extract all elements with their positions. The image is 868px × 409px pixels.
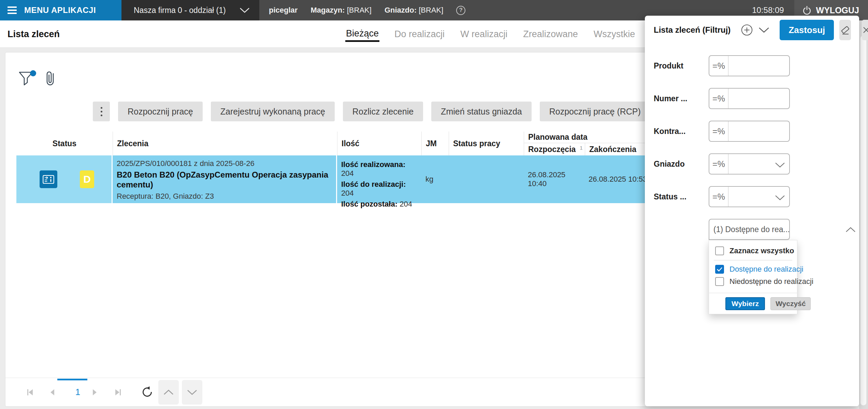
prev-page-button[interactable] [48,378,57,406]
scroll-up-button[interactable] [158,380,179,405]
register-work-button[interactable]: Zarejestruj wykonaną pracę [211,102,335,121]
doc-info-icon [40,170,57,188]
filter-active-dot [30,70,36,76]
checkbox-dostepne[interactable] [715,265,724,274]
option-dostepne[interactable]: Dostępne do realizacji [715,265,803,274]
filter-field-numer: Numer ... =% [645,88,859,109]
close-panel-button[interactable] [862,20,868,40]
chevron-down-icon [240,7,250,13]
company-name: Nasza firma 0 - oddział (1) [134,6,226,15]
col-ilosc[interactable]: Ilość [337,132,421,155]
tab-do-realizacji[interactable]: Do realizacji [394,27,445,42]
order-number: 2025/ZPS/010/000181 z dnia 2025-08-26 [117,159,332,168]
tab-biezace[interactable]: Bieżące [345,26,379,42]
filter-presets-button[interactable] [758,27,769,33]
more-actions-button[interactable] [93,102,110,121]
settle-order-button[interactable]: Rozlicz zlecenie [343,102,423,121]
filter-panel-header: Lista zleceń (Filtruj) Zastosuj [645,20,859,40]
col-zlecenia[interactable]: Zlecenia [113,132,337,155]
tab-zrealizowane[interactable]: Zrealizowane [522,27,579,42]
filter-field-gniazdo: Gniazdo =% [645,153,859,175]
start-work-rcp-button[interactable]: Rozpocznij pracę (RCP) [540,102,650,121]
availability-multiselect[interactable]: (1) Dostępne do rea... [709,219,790,240]
kontrahent-input[interactable] [728,121,789,141]
chevron-down-icon [187,390,197,395]
logout-label: WYLOGUJ [816,5,859,15]
eraser-icon [839,24,851,36]
option-niedostepne[interactable]: Niedostępne do realizacji [715,277,813,286]
status-select[interactable] [728,187,789,207]
chevron-down-icon [758,27,769,33]
refresh-button[interactable] [141,378,154,406]
last-page-button[interactable] [113,378,122,406]
dropdown-divider [714,260,792,260]
user-name: piceglar [269,6,298,15]
app-menu-label: MENU APLIKACJI [24,5,96,15]
row-order-cell: 2025/ZPS/010/000181 z dnia 2025-08-26 B2… [113,155,337,203]
change-slot-status-button[interactable]: Zmień status gniazda [431,102,532,121]
page-title: Lista zleceń [8,20,60,48]
start-work-button[interactable]: Rozpocznij pracę [118,102,203,121]
checkmark-icon [717,267,723,272]
app-window: MENU APLIKACJI Nasza firma 0 - oddział (… [0,0,868,409]
magazyn-info: Magazyn: [BRAK] [310,6,372,15]
clear-button[interactable]: Wyczyść [770,297,811,310]
first-page-button[interactable] [26,378,35,406]
circle-plus-icon [741,24,753,36]
col-rozpoczecia[interactable]: Rozpoczęcia 1 [524,143,585,155]
operator-selector[interactable]: =% [709,89,728,108]
numer-input[interactable] [728,89,789,108]
col-status[interactable]: Status [16,132,113,155]
filter-field-status: Status ... =% [645,186,859,207]
power-icon [802,5,812,15]
first-page-icon [26,388,35,397]
filter-funnel-icon[interactable] [18,70,38,86]
hamburger-icon [8,6,17,14]
page-scrollbar [859,20,868,409]
operator-selector[interactable]: =% [709,56,728,76]
chevron-up-icon [163,390,174,395]
filter-panel: Lista zleceń (Filtruj) Zastosuj [645,16,859,406]
clear-filter-button[interactable] [839,20,851,40]
order-details: Receptura: B20, Gniazdo: Z3 [117,192,332,201]
refresh-icon [141,386,153,398]
prev-page-icon [48,388,57,397]
checkbox-select-all[interactable] [715,246,724,255]
add-filter-button[interactable] [741,24,753,36]
app-menu-button[interactable]: MENU APLIKACJI [0,0,121,20]
qty-realized: Ilość realizowana: 204 [341,160,417,178]
help-icon[interactable]: ? [456,6,465,15]
operator-selector[interactable]: =% [709,121,728,141]
close-icon [862,26,868,34]
next-page-icon [90,388,99,397]
operator-selector[interactable]: =% [709,187,728,207]
filter-field-produkt: Produkt =% [645,55,859,76]
choose-button[interactable]: Wybierz [725,297,765,310]
row-status-cell: D [16,155,113,203]
row-start-date-cell: 26.08.2025 10:40 [524,155,584,203]
paperclip-icon[interactable] [44,70,56,87]
produkt-input[interactable] [728,56,789,76]
sort-order-number: 1 [580,145,582,151]
apply-filter-button[interactable]: Zastosuj [780,20,834,40]
col-jm[interactable]: JM [421,132,449,155]
chevron-up-icon[interactable] [845,227,856,232]
dropdown-footer: Wybierz Wyczyść [709,293,797,314]
company-selector[interactable]: Nasza firma 0 - oddział (1) [121,0,259,20]
row-qty-cell: Ilość realizowana: 204 Ilość do realizac… [337,155,421,203]
availability-dropdown: Zaznacz wszystko Dostępne do realizacji … [709,240,797,314]
col-status-pracy[interactable]: Status pracy [449,132,524,155]
tab-wszystkie[interactable]: Wszystkie [593,27,636,42]
next-page-button[interactable] [90,378,99,406]
select-all-option[interactable]: Zaznacz wszystko [715,246,794,255]
gniazdo-select[interactable] [728,154,789,174]
tab-w-realizacji[interactable]: W realizacji [460,27,508,42]
current-page-number[interactable]: 1 [66,378,90,406]
row-work-status-cell [449,155,524,203]
checkbox-niedostepne[interactable] [715,277,724,286]
order-product: B20 Beton B20 (OpZasypCementu Operacja z… [117,170,332,190]
filter-field-kontrahent: Kontra... =% [645,121,859,142]
operator-selector[interactable]: =% [709,154,728,174]
scroll-down-button[interactable] [182,380,202,405]
scrollbar-thumb[interactable] [860,35,867,406]
